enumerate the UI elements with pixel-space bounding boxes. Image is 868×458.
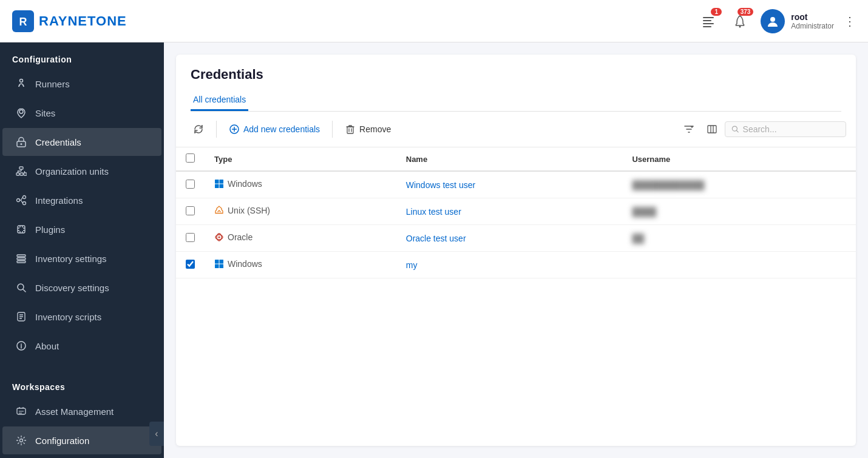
refresh-icon	[193, 124, 204, 135]
sidebar-item-asset-management[interactable]: Asset Management	[2, 397, 161, 425]
svg-point-27	[20, 439, 23, 442]
svg-rect-19	[18, 226, 25, 233]
table-row: Windows my	[176, 252, 856, 278]
user-text: root Administrator	[791, 12, 834, 30]
sidebar-item-sites[interactable]: Sites	[2, 99, 161, 127]
svg-rect-13	[16, 173, 19, 175]
menu-badge: 1	[711, 8, 722, 16]
row-name-link[interactable]: Linux test user	[406, 207, 461, 217]
username-value: ████████████	[632, 180, 704, 190]
more-options-btn[interactable]: ⋮	[844, 14, 856, 29]
sidebar-item-plugins[interactable]: Plugins	[2, 215, 161, 243]
row-checkbox-cell	[176, 198, 205, 225]
filter-icon	[683, 124, 694, 135]
row-type-cell: Windows	[205, 252, 396, 278]
row-username-cell: ████████████	[622, 171, 856, 198]
svg-rect-22	[17, 261, 25, 263]
menu-icon-btn[interactable]: 1	[697, 10, 719, 32]
row-checkbox[interactable]	[186, 206, 195, 215]
header-checkbox-col	[176, 147, 205, 171]
svg-rect-15	[24, 173, 27, 175]
logo-icon: R	[12, 10, 34, 32]
sidebar-item-label: Discovery settings	[35, 283, 109, 293]
row-checkbox[interactable]	[186, 233, 195, 242]
sidebar-item-label: Runners	[35, 79, 70, 89]
tab-all-credentials[interactable]: All credentials	[191, 90, 248, 111]
header-name: Name	[396, 147, 623, 171]
sites-icon	[15, 106, 28, 120]
row-username-cell: ██	[622, 225, 856, 252]
sidebar-item-credentials[interactable]: Credentials	[2, 128, 161, 156]
sidebar-item-inventory-scripts[interactable]: Inventory scripts	[2, 303, 161, 331]
svg-rect-40	[220, 260, 224, 264]
sidebar-workspaces-title: Workspaces	[0, 370, 164, 397]
username-value: ██	[632, 234, 644, 243]
sidebar-item-runners[interactable]: Runners	[2, 70, 161, 98]
inventory-scripts-icon	[15, 310, 28, 323]
app-header: R RAYNETONE 1 373	[0, 0, 868, 42]
asset-management-icon	[15, 405, 28, 418]
row-name-link[interactable]: my	[406, 260, 418, 270]
toolbar-separator-1	[216, 121, 217, 138]
sidebar-item-integrations[interactable]: Integrations	[2, 186, 161, 214]
sidebar-item-about[interactable]: About	[2, 332, 161, 360]
remove-button[interactable]: Remove	[337, 120, 398, 138]
sidebar-item-organization-units[interactable]: Organization units	[2, 157, 161, 185]
row-name-cell: Windows test user	[396, 171, 623, 198]
row-checkbox[interactable]	[186, 260, 195, 269]
add-credentials-button[interactable]: Add new credentials	[222, 120, 327, 138]
sidebar-item-discovery-settings[interactable]: Discovery settings	[2, 274, 161, 301]
row-checkbox[interactable]	[186, 180, 195, 189]
user-info[interactable]: root Administrator	[761, 9, 834, 33]
about-icon	[15, 339, 28, 352]
search-input[interactable]	[743, 124, 839, 134]
row-name-link[interactable]: Oracle test user	[406, 234, 466, 243]
svg-rect-35	[220, 184, 224, 189]
filter-btn[interactable]	[679, 119, 699, 140]
user-name: root	[791, 12, 834, 22]
sidebar-item-label: Inventory settings	[35, 254, 107, 264]
sidebar-item-label: Plugins	[35, 224, 65, 235]
windows-type-icon	[214, 179, 224, 189]
logo[interactable]: R RAYNETONE	[12, 10, 127, 32]
svg-point-6	[739, 25, 741, 27]
avatar	[761, 9, 785, 33]
toolbar: Add new credentials Remove	[176, 112, 856, 147]
header-right: 1 373 root Administrator ⋮	[697, 9, 856, 33]
trash-icon	[345, 124, 356, 135]
svg-point-38	[219, 237, 220, 238]
sidebar-item-label: Integrations	[35, 195, 83, 206]
row-name-cell: Linux test user	[396, 198, 623, 225]
row-checkbox-cell	[176, 252, 205, 278]
svg-rect-20	[17, 255, 25, 257]
svg-point-7	[770, 17, 775, 22]
page-header: Credentials All credentials	[176, 55, 856, 112]
row-name-link[interactable]: Windows test user	[406, 180, 475, 190]
columns-btn[interactable]	[702, 119, 722, 140]
svg-point-16	[17, 199, 20, 202]
svg-rect-41	[215, 264, 219, 269]
sidebar-item-inventory-settings[interactable]: Inventory settings	[2, 244, 161, 272]
header-username: Username	[622, 147, 856, 171]
bell-icon-btn[interactable]: 373	[729, 10, 751, 32]
svg-rect-30	[708, 126, 716, 133]
header-type: Type	[205, 147, 396, 171]
svg-rect-21	[17, 258, 25, 260]
sidebar: Configuration Runners Sites	[0, 42, 164, 458]
sidebar-item-label: Credentials	[35, 137, 81, 147]
main-layout: Configuration Runners Sites	[0, 42, 868, 458]
sidebar-item-label: About	[35, 341, 59, 351]
sidebar-item-configuration-ws[interactable]: Configuration	[2, 426, 161, 454]
svg-point-8	[20, 79, 23, 83]
svg-point-18	[23, 202, 26, 205]
svg-rect-29	[347, 127, 353, 133]
svg-rect-39	[215, 260, 219, 264]
table-row: Windows Windows test user ████████████	[176, 171, 856, 198]
select-all-checkbox[interactable]	[186, 153, 195, 163]
configuration-ws-icon	[15, 434, 28, 447]
sidebar-collapse-btn[interactable]: ‹	[149, 422, 164, 446]
refresh-button[interactable]	[186, 120, 211, 138]
search-box[interactable]	[725, 121, 846, 137]
org-units-icon	[15, 164, 28, 178]
table-row: Unix (SSH) Linux test user ████	[176, 198, 856, 225]
